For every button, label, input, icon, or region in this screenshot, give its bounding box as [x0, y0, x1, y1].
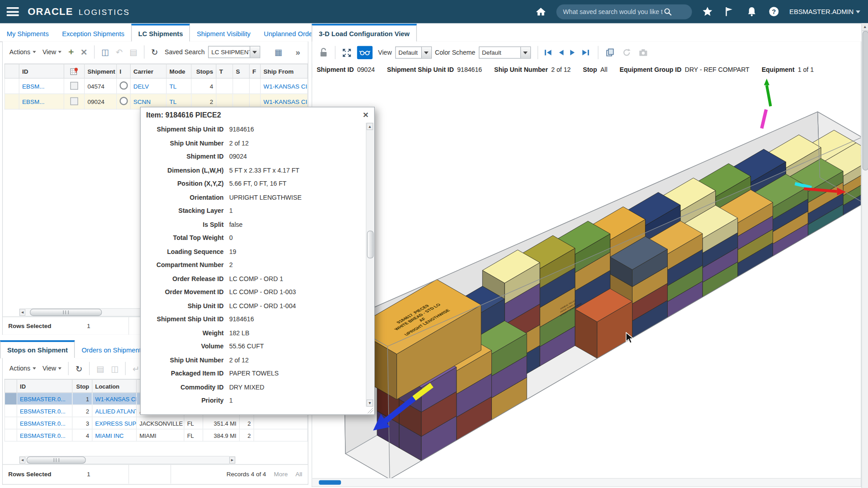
column-header-I[interactable]: I — [117, 64, 131, 78]
cell-link[interactable]: MIAMI INC — [92, 429, 137, 441]
tab-shipment-visibility[interactable]: Shipment Visibility — [190, 26, 257, 42]
view-dropdown[interactable]: Default — [395, 47, 432, 59]
cell-link[interactable]: EXPRESS SUPPLY FL — [92, 417, 137, 429]
view-menu-button[interactable]: View — [42, 365, 62, 372]
view-menu-button[interactable]: View — [42, 49, 62, 56]
scroll-left-icon[interactable]: ◄ — [19, 456, 25, 464]
column-header-Ship From[interactable]: Ship From — [260, 64, 307, 78]
column-header-Shipment[interactable]: Shipment — [85, 64, 117, 78]
cell-link[interactable]: EBSMASTER.0... — [17, 429, 72, 441]
cell-link[interactable]: W1-KANSAS CI — [260, 78, 307, 94]
global-search-input[interactable] — [562, 8, 664, 15]
favorites-star-icon[interactable] — [702, 6, 713, 17]
scroll-left-icon[interactable]: ◄ — [19, 309, 25, 316]
dialog-titlebar[interactable]: Item: 9184616 PIECE2 ✕ — [141, 108, 374, 122]
lock-icon[interactable] — [319, 47, 328, 57]
grid-columns-icon[interactable]: ▦ — [274, 48, 282, 56]
tab-my-shipments[interactable]: My Shipments — [0, 26, 55, 42]
bottom-scroll-thumb[interactable] — [319, 480, 341, 485]
overflow-chevrons-icon[interactable]: » — [296, 48, 300, 56]
cell-link[interactable]: ALLIED ATLANTA — [92, 405, 137, 417]
cell-link[interactable]: EBSMASTER.0... — [17, 393, 72, 405]
more-link[interactable]: More — [274, 471, 288, 478]
field-label: Ship Unit ID — [141, 302, 229, 309]
column-header-select[interactable] — [5, 64, 19, 78]
stop-row[interactable]: EBSMASTER.0...3EXPRESS SUPPLY FLJACKSONV… — [5, 417, 307, 429]
shipment-row[interactable]: EBSM...04574DELVTL4W1-KANSAS CI — [5, 78, 307, 94]
dialog-scroll-thumb[interactable] — [367, 231, 374, 258]
map-pin-column-header[interactable] — [64, 64, 84, 78]
row-checkbox[interactable] — [71, 82, 78, 89]
scroll-up-icon[interactable]: ▲ — [367, 123, 373, 130]
refresh-icon[interactable]: ↻ — [151, 48, 158, 56]
page-vscrollbar[interactable]: ▲ — [861, 23, 868, 488]
hamburger-menu-icon[interactable] — [7, 7, 19, 16]
all-link[interactable]: All — [296, 471, 302, 478]
column-header-Carrier[interactable]: Carrier — [130, 64, 166, 78]
fullscreen-expand-icon[interactable] — [342, 48, 352, 57]
dialog-fields: Shipment Ship Unit ID9184616Ship Unit Nu… — [141, 123, 367, 410]
tab-orders-on-shipment[interactable]: Orders on Shipment — [75, 343, 148, 358]
actions-menu-button[interactable]: Actions — [9, 365, 36, 372]
cell-link[interactable]: EBSM... — [19, 94, 64, 109]
field-label: Dimension (L,W,H) — [141, 167, 229, 174]
tab-3d-load-configuration-view[interactable]: 3-D Load Configuration View — [311, 24, 416, 42]
cell-link[interactable]: EBSM... — [19, 78, 64, 94]
cell-link[interactable]: TL — [166, 78, 191, 94]
notifications-bell-icon[interactable] — [746, 6, 757, 17]
user-menu-caret-icon[interactable] — [856, 10, 860, 13]
app-header: ORACLE LOGISTICS ? EBSMASTER.ADMIN — [0, 0, 868, 23]
saved-search-dropdown[interactable]: LC SHIPMENT — [208, 46, 260, 58]
column-header-col[interactable] — [5, 379, 17, 392]
column-header-Mode[interactable]: Mode — [166, 64, 191, 78]
copy-pages-icon[interactable] — [605, 48, 614, 57]
column-header-ID[interactable]: ID — [19, 64, 64, 78]
global-search[interactable] — [557, 4, 692, 19]
page-scroll-thumb[interactable] — [863, 31, 868, 171]
close-icon[interactable]: ✕ — [363, 111, 368, 118]
field-value: LC COMP - ORD 1-003 — [229, 289, 296, 296]
dialog-vscrollbar[interactable]: ▲ ▼ — [366, 123, 373, 407]
detach-table-icon[interactable]: ◫ — [101, 48, 109, 56]
load-3d-viewport[interactable]: 9184617_PIECE9WHITE BREAD - STD LOAFUPRI… — [312, 77, 861, 479]
3d-glasses-toggle-button[interactable] — [357, 46, 373, 59]
column-header-Location[interactable]: Location — [92, 379, 137, 392]
row-checkbox[interactable] — [71, 97, 78, 105]
scroll-right-icon[interactable]: ► — [229, 456, 235, 464]
color-scheme-dropdown[interactable]: Default — [479, 47, 531, 59]
last-record-icon[interactable] — [581, 49, 589, 56]
row-radio[interactable] — [119, 81, 127, 89]
tab-lc-shipments[interactable]: LC Shipments — [131, 24, 190, 42]
column-header-ID[interactable]: ID — [17, 379, 72, 392]
column-header-F[interactable]: F — [250, 64, 260, 78]
previous-record-icon[interactable] — [557, 49, 564, 56]
cell-link[interactable]: EBSMASTER.0... — [17, 417, 72, 429]
flag-icon[interactable] — [724, 6, 735, 17]
help-icon[interactable]: ? — [769, 6, 779, 17]
stops-hscrollbar[interactable]: ◄ ► — [19, 456, 236, 464]
actions-menu-button[interactable]: Actions — [9, 49, 36, 56]
column-header-S[interactable]: S — [233, 64, 250, 78]
scroll-up-icon[interactable]: ▲ — [862, 23, 868, 31]
column-header-Stop[interactable]: Stop — [72, 379, 92, 392]
user-menu[interactable]: EBSMASTER.ADMIN — [789, 8, 854, 15]
first-record-icon[interactable] — [544, 49, 552, 56]
add-icon[interactable]: + — [68, 47, 74, 57]
tab-exception-shipments[interactable]: Exception Shipments — [55, 26, 131, 42]
home-icon[interactable] — [535, 6, 546, 17]
next-record-icon[interactable] — [570, 49, 576, 56]
refresh-icon[interactable]: ↻ — [75, 364, 82, 372]
tab-stops-on-shipment[interactable]: Stops on Shipment — [0, 340, 75, 358]
delete-icon[interactable]: ✕ — [80, 48, 87, 56]
cell-link[interactable]: W1-KANSAS CIT — [92, 393, 137, 405]
load-view-bottom-scrollbar[interactable] — [312, 478, 861, 486]
dialog-resize-grip[interactable] — [368, 408, 373, 413]
cell-link[interactable]: EBSMASTER.0... — [17, 405, 72, 417]
column-header-T[interactable]: T — [216, 64, 233, 78]
search-icon[interactable] — [664, 8, 672, 16]
column-header-Stops[interactable]: Stops — [191, 64, 216, 78]
cell-link[interactable]: DELV — [130, 78, 166, 94]
stop-row[interactable]: EBSMASTER.0...4MIAMI INCMIAMIFL384.9 MI2 — [5, 429, 307, 441]
row-radio[interactable] — [119, 97, 127, 105]
scroll-down-icon[interactable]: ▼ — [367, 399, 373, 407]
